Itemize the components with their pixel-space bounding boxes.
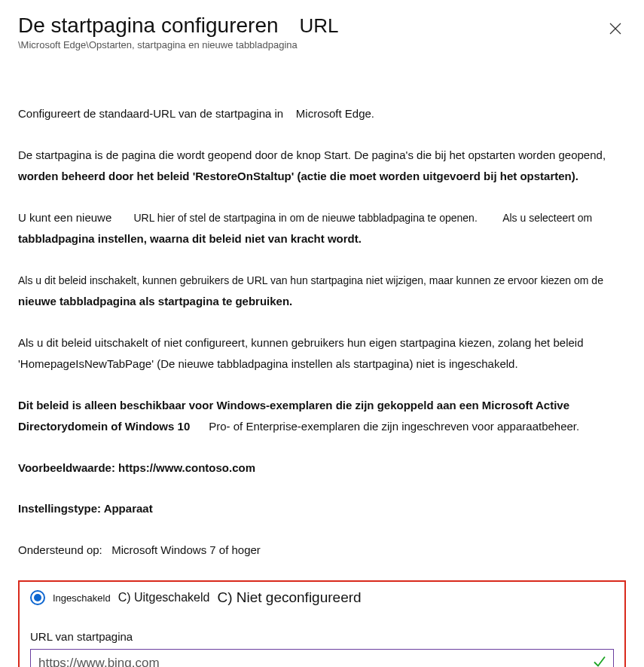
supported-value: Microsoft Windows 7 of hoger (111, 543, 261, 556)
supported-label: Ondersteund op: (18, 543, 102, 556)
desc-intro-a: Configureert de standaard-URL van de sta… (18, 107, 283, 120)
page-title: De startpagina configureren (18, 14, 279, 38)
policy-state-row: Ingeschakeld C) Uitgeschakeld C) Niet ge… (30, 589, 614, 606)
close-button[interactable] (605, 18, 626, 41)
desc-p3d: tabbladpagina instellen, waarna dit bele… (18, 232, 362, 245)
breadcrumb: \Microsoft Edge\Opstarten, startpagina e… (18, 39, 339, 50)
option-enabled-label[interactable]: Ingeschakeld (53, 592, 111, 604)
desc-p4a: Als u dit beleid inschakelt, kunnen gebr… (18, 274, 603, 286)
desc-intro-b: Microsoft Edge. (296, 107, 374, 120)
desc-p5: Als u dit beleid uitschakelt of niet con… (18, 332, 626, 375)
url-field-label: URL van startpagina (30, 630, 614, 643)
page-title-suffix: URL (300, 14, 339, 38)
desc-p3c: Als u selecteert om (502, 212, 592, 224)
desc-p2b: worden beheerd door het beleid 'RestoreO… (18, 170, 578, 182)
desc-p3a: U kunt een nieuwe (18, 211, 111, 224)
desc-p6b: Pro- of Enterprise-exemplaren die zijn i… (209, 420, 579, 433)
radio-dot-icon (34, 594, 41, 601)
desc-p2a: De startpagina is de pagina die wordt ge… (18, 148, 606, 161)
policy-description: Configureert de standaard-URL van de sta… (18, 103, 626, 561)
radio-enabled[interactable] (30, 590, 45, 605)
example-value: Voorbeeldwaarde: https://www.contoso.com (18, 457, 626, 479)
option-disabled-label[interactable]: C) Uitgeschakeld (118, 591, 210, 604)
option-notconfigured-label[interactable]: C) Niet geconfigureerd (217, 589, 361, 606)
settings-highlight-box: Ingeschakeld C) Uitgeschakeld C) Niet ge… (18, 580, 626, 667)
desc-p3b: URL hier of stel de startpagina in om de… (133, 212, 477, 224)
close-icon (609, 23, 621, 38)
setting-type: Instellingstype: Apparaat (18, 498, 626, 520)
desc-p4b: nieuwe tabbladpagina als startpagina te … (18, 295, 292, 307)
homepage-url-input[interactable] (30, 649, 614, 667)
